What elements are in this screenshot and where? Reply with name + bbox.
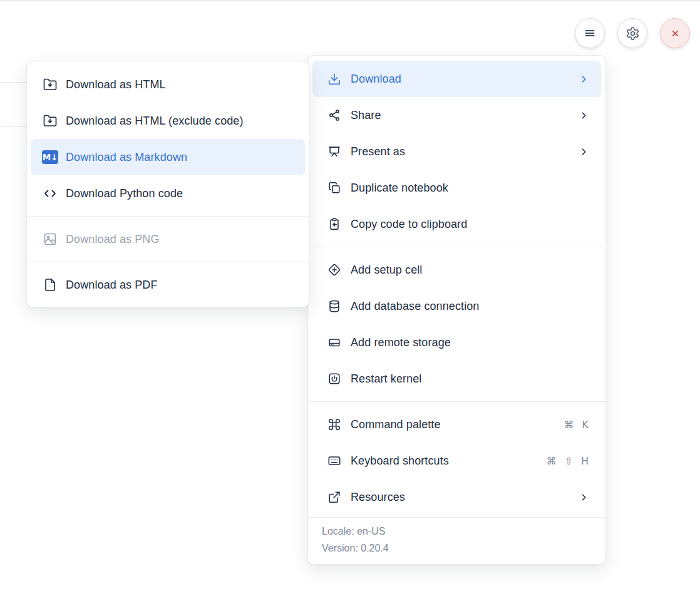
chevron-right-icon <box>579 492 589 503</box>
menu-item-label: Download as PDF <box>66 279 158 292</box>
power-icon <box>327 371 342 386</box>
menu-footer: Locale: en-US Version: 0.20.4 <box>308 518 605 564</box>
menu-item-label: Resources <box>351 491 405 504</box>
database-icon <box>327 299 342 314</box>
folder-download-icon <box>42 113 58 128</box>
menu-item-label: Download Python code <box>66 187 183 200</box>
submenu-item-download-python-code[interactable]: Download Python code <box>27 175 309 212</box>
file-icon <box>42 277 58 292</box>
close-button[interactable] <box>660 18 690 48</box>
version-text: Version: 0.20.4 <box>322 543 592 554</box>
hard-drive-icon <box>327 335 342 350</box>
menu-item-label: Command palette <box>351 418 441 431</box>
menu-item-label: Add setup cell <box>351 264 422 277</box>
shortcut-hint: ⌘ K <box>564 419 589 431</box>
menu-item-label: Restart kernel <box>351 372 421 386</box>
share-icon <box>327 108 342 123</box>
presentation-icon <box>327 144 342 159</box>
background-cell-divider <box>0 82 26 83</box>
hamburger-menu-button[interactable] <box>575 18 605 48</box>
command-icon <box>327 417 342 432</box>
menu-item-label: Add remote storage <box>351 336 451 349</box>
menu-item-label: Download as HTML (exclude code) <box>66 115 244 128</box>
locale-text: Locale: en-US <box>322 526 592 537</box>
chevron-right-icon <box>579 146 589 157</box>
floating-toolbar <box>575 18 690 48</box>
menu-separator <box>308 401 605 402</box>
folder-download-icon <box>42 77 58 92</box>
external-link-icon <box>327 490 342 505</box>
download-submenu: Download as HTMLDownload as HTML (exclud… <box>26 61 309 307</box>
menu-item-label: Share <box>351 109 381 122</box>
menu-item-add-setup-cell[interactable]: Add setup cell <box>308 252 605 288</box>
menu-item-label: Download <box>351 73 401 86</box>
menu-item-label: Copy code to clipboard <box>351 218 467 231</box>
notebook-actions-menu: DownloadSharePresent asDuplicate noteboo… <box>307 55 606 565</box>
code-icon <box>42 186 58 201</box>
download-icon <box>327 71 342 86</box>
diamond-plus-icon <box>327 262 342 277</box>
chevron-right-icon <box>579 110 589 121</box>
shortcut-hint: ⌘ ⇧ H <box>546 455 589 467</box>
menu-item-label: Present as <box>351 145 405 158</box>
background-cell-divider <box>0 126 26 127</box>
submenu-item-download-as-html[interactable]: Download as HTML <box>27 66 309 103</box>
keyboard-icon <box>327 453 342 468</box>
menu-item-duplicate-notebook[interactable]: Duplicate notebook <box>308 170 605 206</box>
menu-item-restart-kernel[interactable]: Restart kernel <box>308 361 605 397</box>
submenu-item-download-as-pdf[interactable]: Download as PDF <box>27 267 309 303</box>
settings-button[interactable] <box>617 18 647 48</box>
menu-item-keyboard-shortcuts[interactable]: Keyboard shortcuts⌘ ⇧ H <box>308 443 605 479</box>
gear-icon <box>625 26 640 41</box>
chevron-right-icon <box>579 74 589 85</box>
menu-item-resources[interactable]: Resources <box>308 479 605 515</box>
menu-item-add-database-connection[interactable]: Add database connection <box>308 288 605 324</box>
duplicate-icon <box>327 180 342 195</box>
menu-separator <box>27 262 309 262</box>
menu-item-add-remote-storage[interactable]: Add remote storage <box>308 324 605 361</box>
menu-separator <box>308 247 605 247</box>
hamburger-icon <box>582 26 597 41</box>
menu-item-command-palette[interactable]: Command palette⌘ K <box>308 406 605 443</box>
close-icon <box>668 26 682 41</box>
menu-separator <box>27 216 309 217</box>
menu-item-label: Duplicate notebook <box>351 182 448 195</box>
submenu-item-download-as-markdown[interactable]: M↓Download as Markdown <box>31 139 305 175</box>
menu-item-label: Download as HTML <box>66 78 166 91</box>
menu-item-label: Add database connection <box>351 300 479 313</box>
image-icon <box>42 232 58 247</box>
markdown-icon: M↓ <box>42 150 58 165</box>
submenu-item-download-as-html-exclude-code[interactable]: Download as HTML (exclude code) <box>27 103 309 139</box>
menu-item-label: Download as PNG <box>66 233 160 246</box>
clipboard-copy-icon <box>327 217 342 232</box>
menu-item-copy-code-to-clipboard[interactable]: Copy code to clipboard <box>308 206 605 242</box>
menu-item-share[interactable]: Share <box>308 97 605 133</box>
menu-item-download[interactable]: Download <box>312 61 601 97</box>
menu-item-label: Download as Markdown <box>66 151 187 164</box>
menu-item-label: Keyboard shortcuts <box>351 454 449 468</box>
menu-item-present-as[interactable]: Present as <box>308 133 605 170</box>
top-divider <box>0 0 700 1</box>
submenu-item-download-as-png: Download as PNG <box>27 221 309 257</box>
